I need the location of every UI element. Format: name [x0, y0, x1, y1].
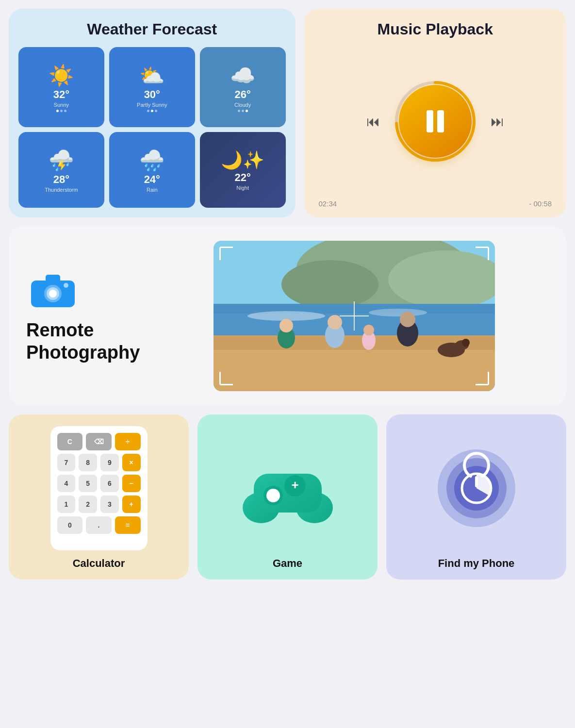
- calc-minus[interactable]: −: [122, 475, 141, 492]
- svg-point-28: [462, 339, 470, 347]
- calc-7[interactable]: 7: [57, 454, 76, 471]
- calc-row-5: 0 . =: [57, 516, 141, 534]
- svg-rect-3: [46, 275, 60, 282]
- svg-point-11: [281, 260, 378, 309]
- temp-sunny: 32°: [53, 88, 69, 101]
- pause-icon: [427, 110, 444, 132]
- partly-cloudy-icon: ⛅: [139, 64, 164, 87]
- calculator-card: C ⌫ ÷ 7 8 9 × 4 5 6 −: [9, 414, 189, 579]
- remote-photo-title: RemotePhotography: [26, 319, 140, 364]
- beach-scene-svg: [214, 241, 495, 391]
- pause-button[interactable]: [399, 85, 472, 158]
- calc-dot[interactable]: .: [86, 516, 112, 534]
- svg-point-23: [363, 325, 374, 335]
- bottom-row: C ⌫ ÷ 7 8 9 × 4 5 6 −: [9, 414, 566, 579]
- camera-icon-wrap: [26, 268, 80, 312]
- temp-thunder: 28°: [53, 173, 69, 186]
- calc-row-2: 7 8 9 ×: [57, 454, 141, 471]
- calc-backspace[interactable]: ⌫: [86, 433, 112, 450]
- svg-point-33: [266, 489, 280, 502]
- svg-point-6: [49, 290, 57, 298]
- calculator-label: Calculator: [73, 557, 125, 570]
- weather-card: Weather Forecast ☀️ 32° Sunny ⛅ 30° Part…: [9, 9, 296, 217]
- calc-row-4: 1 2 3 +: [57, 496, 141, 513]
- svg-point-19: [279, 319, 293, 332]
- calc-clear[interactable]: C: [57, 433, 83, 450]
- weather-title: Weather Forecast: [18, 20, 286, 38]
- weather-grid: ☀️ 32° Sunny ⛅ 30° Partly Sunny: [18, 47, 286, 208]
- next-button[interactable]: ⏭: [491, 114, 504, 130]
- music-card: Music Playback ⏮ ⏭: [304, 9, 566, 217]
- calc-6[interactable]: 6: [100, 475, 119, 492]
- find-phone-label: Find my Phone: [438, 557, 515, 570]
- gamepad-svg: +: [239, 449, 336, 527]
- calc-2[interactable]: 2: [79, 496, 97, 513]
- dots-partly: [147, 110, 157, 112]
- night-icon: 🌙✨: [221, 150, 264, 170]
- remote-photo-left: RemotePhotography: [26, 268, 140, 364]
- find-phone-card: Find my Phone: [386, 414, 566, 579]
- find-phone-icon-wrap: [433, 426, 520, 550]
- weather-cell-night[interactable]: 🌙✨ 22° Night: [200, 132, 286, 208]
- calc-1[interactable]: 1: [57, 496, 76, 513]
- remaining-time: - 00:58: [529, 199, 552, 208]
- prev-button[interactable]: ⏮: [366, 114, 380, 130]
- label-sunny: Sunny: [54, 102, 69, 108]
- svg-point-7: [64, 283, 68, 288]
- calc-9[interactable]: 9: [100, 454, 119, 471]
- label-thunder: Thunderstorm: [45, 187, 78, 193]
- remote-photo-right: [159, 241, 549, 391]
- label-partly: Partly Sunny: [137, 102, 167, 108]
- calc-0[interactable]: 0: [57, 516, 83, 534]
- game-label: Game: [273, 557, 302, 570]
- thunder-icon: ⛈️: [49, 149, 74, 172]
- current-time: 02:34: [319, 199, 337, 208]
- weather-cell-thunder[interactable]: ⛈️ 28° Thunderstorm: [18, 132, 104, 208]
- calc-equals[interactable]: =: [115, 516, 141, 534]
- calc-multiply[interactable]: ×: [122, 454, 141, 471]
- dots-sunny: [56, 110, 66, 112]
- temp-cloudy: 26°: [234, 88, 250, 101]
- temp-rain: 24°: [144, 173, 160, 186]
- calc-4[interactable]: 4: [57, 475, 76, 492]
- weather-cell-sunny[interactable]: ☀️ 32° Sunny: [18, 47, 104, 127]
- camera-icon: [31, 272, 75, 308]
- cloud-icon: ☁️: [230, 64, 255, 87]
- game-card: + Game: [197, 414, 378, 579]
- calc-row-1: C ⌫ ÷: [57, 433, 141, 450]
- rain-icon: 🌧️: [139, 149, 164, 172]
- music-title: Music Playback: [378, 20, 493, 38]
- dots-cloudy: [238, 110, 248, 112]
- calculator-body: C ⌫ ÷ 7 8 9 × 4 5 6 −: [50, 426, 148, 550]
- sun-icon: ☀️: [49, 64, 74, 87]
- svg-point-25: [400, 312, 415, 327]
- calc-8[interactable]: 8: [79, 454, 97, 471]
- temp-partly: 30°: [144, 88, 160, 101]
- label-rain: Rain: [147, 187, 158, 193]
- calc-plus[interactable]: +: [122, 496, 141, 513]
- remote-photography-row: RemotePhotography: [9, 226, 566, 406]
- find-phone-svg: [433, 445, 520, 532]
- music-player-area: ⏮ ⏭: [366, 50, 504, 193]
- weather-cell-rain[interactable]: 🌧️ 24° Rain: [109, 132, 195, 208]
- label-cloudy: Cloudy: [234, 102, 251, 108]
- svg-point-21: [328, 315, 342, 330]
- svg-point-15: [369, 309, 427, 316]
- top-row: Weather Forecast ☀️ 32° Sunny ⛅ 30° Part…: [9, 9, 566, 217]
- calc-3[interactable]: 3: [100, 496, 119, 513]
- main-container: Weather Forecast ☀️ 32° Sunny ⛅ 30° Part…: [0, 0, 575, 588]
- calc-divide[interactable]: ÷: [115, 433, 141, 450]
- label-night: Night: [236, 185, 249, 191]
- calc-5[interactable]: 5: [79, 475, 97, 492]
- temp-night: 22°: [234, 171, 250, 184]
- calc-row-3: 4 5 6 −: [57, 475, 141, 492]
- weather-cell-partly[interactable]: ⛅ 30° Partly Sunny: [109, 47, 195, 127]
- music-time-row: 02:34 - 00:58: [314, 199, 557, 208]
- photo-frame: [214, 241, 495, 391]
- gamepad-icon-wrap: +: [239, 426, 336, 550]
- weather-cell-cloudy[interactable]: ☁️ 26° Cloudy: [200, 47, 286, 127]
- svg-text:+: +: [291, 478, 298, 492]
- music-circle[interactable]: [392, 78, 479, 165]
